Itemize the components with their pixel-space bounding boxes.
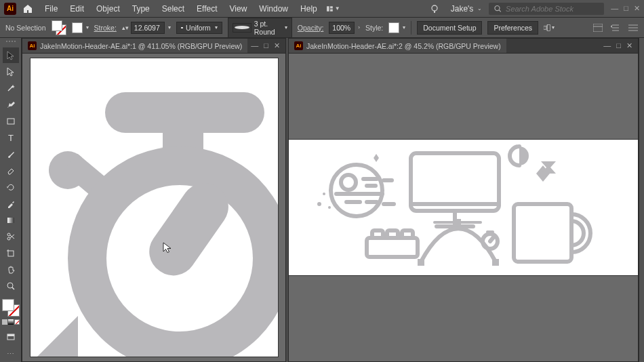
menu-file[interactable]: File [39,1,63,16]
direct-selection-tool[interactable] [3,64,19,79]
magic-wand-tool[interactable] [3,81,19,96]
document-tab[interactable]: Ai JakeInMotion-Header-AE.ai*:1 @ 411.05… [22,39,247,53]
menu-help[interactable]: Help [295,1,323,16]
main-area: T ⋯ Ai JakeInMotion-Header-AE.ai*:1 @ 41… [0,38,644,362]
svg-text:T: T [8,133,14,142]
artboard-tool[interactable] [3,245,19,261]
rectangle-tool[interactable] [3,113,19,129]
edit-toolbar-icon[interactable]: ⋯ [3,346,19,362]
svg-rect-1 [330,6,333,8]
style-dropdown[interactable]: ▾ [388,22,405,33]
brush-dropdown[interactable]: 3 pt. Round▾ [228,18,292,38]
menu-bar: Ai File Edit Object Type Select Effect V… [0,0,644,18]
document-title: JakeInMotion-Header-AE.ai*:2 @ 45.2% (RG… [306,42,501,50]
svg-rect-2 [330,9,333,11]
svg-point-5 [495,5,500,10]
stroke-weight-input[interactable] [131,22,165,34]
menu-type[interactable]: Type [127,1,155,16]
tools-panel: T ⋯ [0,38,22,362]
svg-rect-58 [372,230,383,238]
svg-rect-8 [548,24,550,31]
document-area: Ai JakeInMotion-Header-AE.ai*:1 @ 411.05… [22,38,639,362]
search-box[interactable] [489,3,604,15]
search-input[interactable] [506,5,599,13]
eraser-tool[interactable] [3,163,19,178]
artboard [289,140,638,275]
canvas[interactable] [289,54,638,361]
document-setup-button[interactable]: Document Setup [417,21,482,35]
svg-line-18 [8,86,13,91]
doc-minimize-icon[interactable]: — [603,41,611,50]
opacity-input[interactable] [329,22,355,34]
gradient-tool[interactable] [3,212,19,228]
options-icon[interactable] [628,22,639,33]
menu-effect[interactable]: Effect [191,1,222,16]
color-mode-swatches[interactable] [2,319,20,325]
canvas[interactable] [22,54,285,361]
svg-line-24 [10,235,14,239]
svg-rect-21 [7,218,14,223]
svg-rect-32 [7,334,14,336]
doc-maximize-icon[interactable]: □ [264,41,268,50]
svg-rect-67 [486,230,494,233]
menu-edit[interactable]: Edit [64,1,89,16]
document-title: JakeInMotion-Header-AE.ai*:1 @ 411.05% (… [40,42,242,50]
preferences-button[interactable]: Preferences [487,21,538,35]
panel-toggle-icon[interactable] [592,22,603,33]
screen-mode-tool[interactable] [3,329,19,345]
window-controls: — □ ✕ [611,4,640,13]
menu-view[interactable]: View [224,1,253,16]
zoom-tool[interactable] [3,279,19,294]
panel-grip-icon[interactable] [5,41,17,44]
arrange-documents-icon[interactable]: ▼ [327,2,340,16]
svg-rect-7 [544,26,546,29]
stroke-profile-dropdown[interactable]: Uniform▾ [176,22,222,34]
fill-dropdown[interactable]: ▾ [72,22,89,33]
doc-close-icon[interactable]: ✕ [274,41,280,50]
svg-point-52 [328,206,331,209]
stroke-weight-field[interactable]: ▴▾ ▾ [122,22,171,34]
app-logo-icon: Ai [4,3,16,15]
svg-point-22 [7,233,10,236]
scissors-tool[interactable] [3,229,19,245]
close-icon[interactable]: ✕ [634,4,640,13]
workspace-switcher[interactable]: Jake's ⌄ [445,2,488,16]
doc-maximize-icon[interactable]: □ [616,41,621,50]
svg-line-25 [10,235,14,238]
opacity-field[interactable]: › [329,22,360,34]
essentials-icon[interactable] [610,22,621,33]
svg-point-41 [331,165,382,216]
fill-stroke-tool-swatch[interactable] [2,299,20,316]
discover-icon[interactable] [428,2,441,16]
minimize-icon[interactable]: — [611,4,618,13]
svg-rect-0 [327,6,329,12]
document-tab[interactable]: Ai JakeInMotion-Header-AE.ai*:2 @ 45.2% … [289,39,506,53]
rotate-tool[interactable] [3,180,19,195]
type-tool[interactable]: T [3,130,19,146]
maximize-icon[interactable]: □ [624,4,628,13]
stroke-label[interactable]: Stroke: [94,24,117,32]
svg-point-23 [7,237,10,240]
paintbrush-tool[interactable] [3,146,19,162]
menu-window[interactable]: Window [254,1,294,16]
collapsed-panel-dock[interactable] [639,38,644,362]
pen-tool[interactable] [3,97,19,113]
doc-minimize-icon[interactable]: — [251,41,258,50]
document-tab-bar: Ai JakeInMotion-Header-AE.ai*:1 @ 411.05… [22,39,285,54]
eyedropper-tool[interactable] [3,196,19,212]
selection-tool[interactable] [3,47,19,63]
search-icon [494,5,502,13]
menu-select[interactable]: Select [157,1,190,16]
menu-object[interactable]: Object [91,1,125,16]
svg-rect-59 [387,230,398,238]
fill-stroke-swatch[interactable] [52,20,66,35]
home-icon[interactable] [20,1,35,16]
svg-line-6 [499,9,501,12]
opacity-label[interactable]: Opacity: [298,24,324,32]
align-icon[interactable]: ▾ [544,22,555,33]
svg-rect-10 [593,24,603,32]
hand-tool[interactable] [3,262,19,277]
ai-file-icon: Ai [28,41,37,50]
svg-rect-61 [418,259,424,266]
doc-close-icon[interactable]: ✕ [626,41,632,50]
